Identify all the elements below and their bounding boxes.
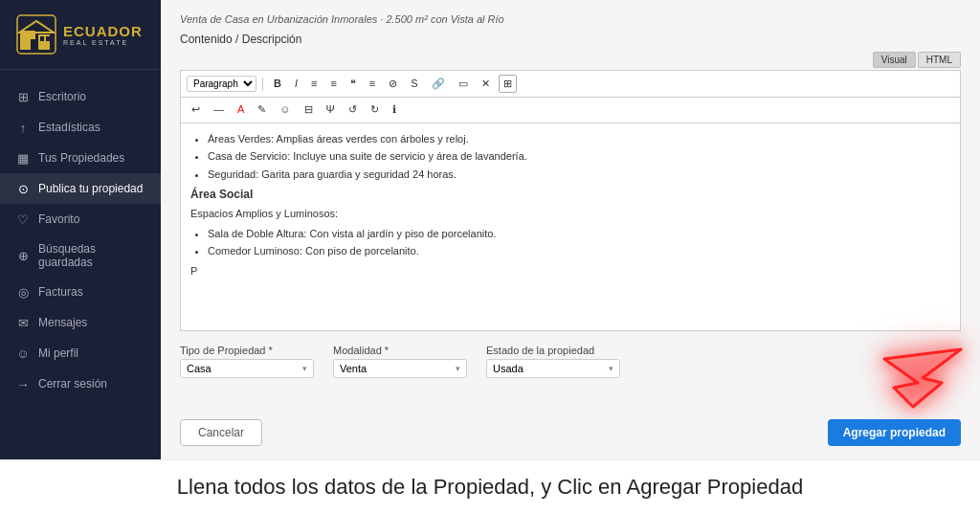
mi-perfil-icon: ☺ — [15, 346, 31, 361]
publica-icon: ⊙ — [15, 181, 31, 196]
subheading: Espacios Amplios y Luminosos: — [190, 206, 950, 222]
sidebar-item-mensajes[interactable]: ✉ Mensajes — [0, 307, 161, 338]
sidebar-item-label-mensajes: Mensajes — [38, 316, 87, 329]
estado-propiedad-value: Usada — [493, 363, 523, 374]
mensajes-icon: ✉ — [15, 315, 31, 330]
quote-btn[interactable]: ❝ — [345, 75, 361, 93]
bullet-item-4: Sala de Doble Altura: Con vista al jardí… — [208, 226, 950, 242]
sidebar-item-publica[interactable]: ⊙ Publica tu propiedad — [0, 173, 161, 204]
link-btn[interactable]: 🔗 — [427, 75, 450, 93]
sidebar-item-label-favorito: Favorito — [38, 212, 79, 226]
font-select[interactable]: Paragraph — [187, 76, 256, 92]
clear-btn[interactable]: ↻ — [366, 100, 384, 119]
ul-btn[interactable]: ≡ — [325, 75, 341, 93]
sidebar-item-mi-perfil[interactable]: ☺ Mi perfil — [0, 338, 161, 368]
sidebar-item-label-publica: Publica tu propiedad — [38, 182, 143, 195]
pagebreak-btn[interactable]: ⊟ — [300, 100, 318, 119]
toolbar-row2: ↩ — A ✎ ☺ ⊟ Ψ ↺ ↻ ℹ — [180, 97, 961, 122]
tipo-propiedad-field: Tipo de Propiedad * Casa ▾ — [180, 345, 314, 378]
bullet-item-2: Casa de Servicio: Incluye una suite de s… — [208, 148, 950, 165]
tipo-propiedad-arrow: ▾ — [302, 364, 307, 373]
svg-rect-3 — [31, 39, 37, 50]
content-area: Venta de Casa en Urbanización Inmorales … — [161, 0, 980, 459]
bullet-item-5: Comedor Luminoso: Con piso de porcelanit… — [208, 243, 950, 259]
align-btn[interactable]: ≡ — [365, 75, 380, 93]
modalidad-field: Modalidad * Venta ▾ — [333, 345, 467, 378]
tipo-propiedad-select[interactable]: Casa ▾ — [180, 359, 314, 378]
toolbar-row1: Paragraph B I ≡ ≡ ❝ ≡ ⊘ S 🔗 ▭ ✕ ⊞ — [180, 70, 961, 97]
italic-btn[interactable]: I — [290, 75, 302, 93]
logo-text: ECUADOR REAL ESTATE — [63, 24, 143, 46]
html-btn[interactable]: HTML — [918, 52, 961, 68]
smiley-btn[interactable]: ☺ — [275, 100, 295, 119]
busquedas-icon: ⊕ — [15, 248, 31, 263]
logo-main: ECUADOR — [63, 24, 143, 38]
strike-btn[interactable]: ⊘ — [384, 75, 402, 93]
area-social-heading: Área Social — [190, 186, 950, 203]
tipo-propiedad-label: Tipo de Propiedad * — [180, 345, 314, 356]
add-property-button[interactable]: Agregar propiedad — [828, 419, 961, 446]
caption-text: Llena todos los datos de la Propiedad, y… — [177, 475, 803, 500]
svg-rect-6 — [46, 36, 50, 41]
cancel-button[interactable]: Cancelar — [180, 419, 262, 446]
svg-rect-5 — [40, 36, 44, 41]
view-toggle: Visual HTML — [180, 52, 961, 68]
sidebar-item-busquedas[interactable]: ⊕ Búsquedas guardadas — [0, 234, 161, 277]
logo-icon — [15, 13, 57, 56]
modalidad-select[interactable]: Venta ▾ — [333, 359, 467, 378]
modalidad-label: Modalidad * — [333, 345, 467, 356]
sidebar-item-label-tus-propiedades: Tus Propiedades — [38, 151, 124, 165]
modalidad-value: Venta — [340, 363, 367, 374]
special-btn[interactable]: Ψ — [322, 100, 340, 119]
section-label: Contenido / Descripción — [180, 33, 961, 46]
sidebar-item-tus-propiedades[interactable]: ▦ Tus Propiedades — [0, 143, 161, 173]
estado-propiedad-select[interactable]: Usada ▾ — [486, 359, 620, 378]
sidebar-item-label-facturas: Facturas — [38, 285, 83, 299]
redo-btn[interactable]: — — [209, 100, 229, 119]
estado-propiedad-label: Estado de la propiedad — [486, 345, 620, 356]
tipo-propiedad-value: Casa — [187, 363, 212, 374]
sep1 — [262, 78, 263, 91]
page-title: Venta de Casa en Urbanización Inmorales … — [180, 13, 961, 25]
sidebar-item-label-escritorio: Escritorio — [38, 90, 86, 103]
sub-btn[interactable]: S — [406, 75, 422, 93]
facturas-icon: ◎ — [15, 284, 31, 300]
sidebar-item-escritorio[interactable]: ⊞ Escritorio — [0, 81, 161, 112]
svg-marker-7 — [884, 349, 961, 407]
para-p: P — [190, 263, 950, 279]
unformat-btn[interactable]: ↺ — [344, 100, 362, 119]
sidebar: ECUADOR REAL ESTATE ⊞ Escritorio ↑ Estad… — [0, 0, 161, 459]
remove-btn[interactable]: ✕ — [477, 75, 495, 93]
ol-btn[interactable]: ≡ — [306, 75, 322, 93]
sidebar-item-estadisticas[interactable]: ↑ Estadísticas — [0, 112, 161, 143]
bullet-item-3: Seguridad: Garita para guardia y segurid… — [208, 167, 950, 183]
info-btn[interactable]: ℹ — [388, 100, 401, 119]
sidebar-item-label-busquedas: Búsquedas guardadas — [38, 242, 145, 269]
sidebar-nav: ⊞ Escritorio ↑ Estadísticas ▦ Tus Propie… — [0, 78, 161, 403]
sidebar-item-facturas[interactable]: ◎ Facturas — [0, 277, 161, 307]
sidebar-item-label-mi-perfil: Mi perfil — [38, 346, 78, 360]
estado-propiedad-field: Estado de la propiedad Usada ▾ — [486, 345, 620, 378]
sidebar-item-label-estadisticas: Estadísticas — [38, 121, 100, 134]
action-bar: Cancelar Agregar propiedad — [180, 415, 961, 450]
red-arrow-annotation — [827, 330, 970, 416]
main-content: Venta de Casa en Urbanización Inmorales … — [161, 0, 980, 459]
undo-btn[interactable]: ↩ — [187, 100, 205, 119]
table-btn[interactable]: ▭ — [454, 75, 473, 93]
form-row: Tipo de Propiedad * Casa ▾ Modalidad * V… — [180, 339, 961, 408]
source-btn[interactable]: ⊞ — [499, 75, 517, 93]
sidebar-item-label-cerrar-sesion: Cerrar sesión — [38, 377, 107, 390]
sidebar-item-cerrar-sesion[interactable]: → Cerrar sesión — [0, 368, 161, 399]
bold-btn[interactable]: B — [269, 75, 286, 93]
bullet-item-1: Áreas Verdes: Amplias áreas verdes con á… — [208, 131, 950, 147]
visual-btn[interactable]: Visual — [873, 52, 916, 68]
highlight-btn[interactable]: ✎ — [253, 100, 271, 119]
favorito-icon: ♡ — [15, 212, 31, 227]
logo: ECUADOR REAL ESTATE — [0, 0, 161, 70]
modalidad-arrow: ▾ — [456, 364, 460, 373]
cerrar-sesion-icon: → — [15, 376, 31, 391]
editor-body[interactable]: Áreas Verdes: Amplias áreas verdes con á… — [180, 123, 961, 331]
estadisticas-icon: ↑ — [15, 120, 31, 135]
sidebar-item-favorito[interactable]: ♡ Favorito — [0, 204, 161, 234]
color-btn[interactable]: A — [233, 100, 249, 119]
